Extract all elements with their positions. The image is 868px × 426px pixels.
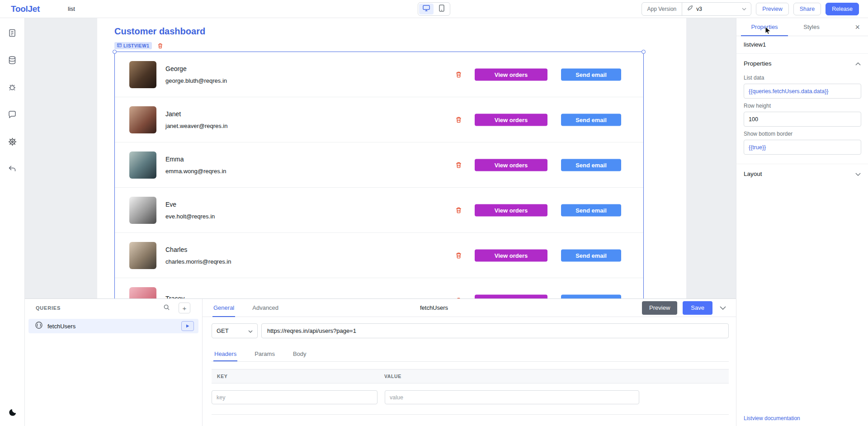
subtab-params[interactable]: Params <box>254 346 276 361</box>
release-button[interactable]: Release <box>826 3 859 15</box>
layout-section-label: Layout <box>744 170 762 177</box>
send-email-button[interactable]: Send email <box>561 68 621 80</box>
chevron-down-icon <box>742 8 746 10</box>
headers-table-header: KEY VALUE <box>212 369 729 383</box>
pages-icon[interactable] <box>3 24 21 42</box>
resize-handle-top-right[interactable] <box>642 50 646 54</box>
listview-row: Emma emma.wong@reqres.in View orders Sen… <box>115 142 643 188</box>
row-text: Charles charles.morris@reqres.in <box>165 246 231 265</box>
canvas-title-widget[interactable]: Customer dashboard <box>114 26 205 37</box>
delete-row-icon[interactable] <box>455 116 462 123</box>
debugger-icon[interactable] <box>3 78 21 96</box>
url-input[interactable] <box>261 323 729 338</box>
bottom-border-value: {{true}} <box>749 144 766 151</box>
delete-widget-icon[interactable] <box>157 43 163 49</box>
view-orders-button[interactable]: View orders <box>475 204 547 216</box>
view-orders-button[interactable]: View orders <box>475 68 547 80</box>
send-email-button[interactable]: Send email <box>561 204 621 216</box>
header-key-input[interactable] <box>212 390 377 404</box>
app-canvas[interactable]: Customer dashboard LISTVIEW1 George geor… <box>97 18 686 298</box>
avatar <box>129 151 156 179</box>
query-save-button[interactable]: Save <box>683 301 712 315</box>
preview-button[interactable]: Preview <box>756 3 788 15</box>
avatar <box>129 287 156 298</box>
comments-icon[interactable] <box>3 105 21 123</box>
layout-section-header[interactable]: Layout <box>736 164 868 181</box>
tab-styles[interactable]: Styles <box>788 18 835 36</box>
moon-icon <box>8 408 17 419</box>
query-panel: QUERIES + fetchUsers General <box>25 298 736 426</box>
properties-fields: List data {{queries.fetchUsers.data.data… <box>736 75 868 155</box>
customer-name: Janet <box>165 110 227 118</box>
query-title[interactable]: fetchUsers <box>420 304 448 311</box>
query-preview-button[interactable]: Preview <box>642 301 677 315</box>
version-select[interactable]: v3 <box>682 5 751 13</box>
inspected-widget-name: listview1 <box>736 36 868 54</box>
plus-icon: + <box>183 304 187 312</box>
customer-email: george.bluth@reqres.in <box>165 77 227 84</box>
query-editor-header: General Advanced fetchUsers Preview Save <box>203 299 736 317</box>
view-orders-button[interactable]: View orders <box>475 159 547 171</box>
tab-properties[interactable]: Properties <box>741 18 788 36</box>
share-button[interactable]: Share <box>793 3 821 15</box>
subtab-headers[interactable]: Headers <box>213 346 237 361</box>
app-version-group: App Version v3 <box>642 2 752 16</box>
delete-row-icon[interactable] <box>455 207 462 213</box>
view-orders-button[interactable]: View orders <box>475 294 547 298</box>
list-data-input[interactable]: {{queries.fetchUsers.data.data}} <box>744 84 861 99</box>
close-icon[interactable]: × <box>852 22 863 32</box>
add-query-button[interactable]: + <box>179 303 190 313</box>
send-email-button[interactable]: Send email <box>561 249 621 261</box>
request-row: GET <box>212 323 729 338</box>
inspector-panel: Properties Styles × listview1 Properties… <box>736 18 868 426</box>
delete-row-icon[interactable] <box>455 252 462 259</box>
collapse-panel-chevron-icon[interactable] <box>718 304 728 312</box>
customer-email: emma.wong@reqres.in <box>165 168 226 175</box>
properties-section-header[interactable]: Properties <box>736 54 868 71</box>
version-value: v3 <box>696 6 702 12</box>
key-column-header: KEY <box>212 374 384 379</box>
tab-advanced[interactable]: Advanced <box>251 299 279 317</box>
undo-icon[interactable] <box>3 160 21 178</box>
send-email-button[interactable]: Send email <box>561 159 621 171</box>
layout-toggle <box>418 2 450 16</box>
dark-mode-toggle[interactable] <box>0 408 25 419</box>
query-editor-actions: Preview Save <box>642 301 728 315</box>
delete-row-icon[interactable] <box>455 161 462 168</box>
app-name[interactable]: list <box>68 5 75 12</box>
queries-title: QUERIES <box>36 305 61 311</box>
listview-row: Eve eve.holt@reqres.in View orders Send … <box>115 188 643 233</box>
tab-general[interactable]: General <box>212 299 235 317</box>
listview-icon <box>117 43 122 48</box>
bottom-border-input[interactable]: {{true}} <box>744 140 861 155</box>
bottom-border-label: Show bottom border <box>744 131 861 137</box>
avatar <box>129 197 156 224</box>
listview-widget[interactable]: George george.bluth@reqres.in View order… <box>114 52 644 298</box>
view-orders-button[interactable]: View orders <box>475 114 547 126</box>
send-email-button[interactable]: Send email <box>561 294 621 298</box>
list-data-value: {{queries.fetchUsers.data.data}} <box>749 88 829 95</box>
app-version-label: App Version <box>642 3 683 15</box>
row-text: Janet janet.weaver@reqres.in <box>165 110 227 129</box>
delete-row-icon[interactable] <box>455 71 462 78</box>
row-height-input[interactable]: 100 <box>744 112 861 127</box>
query-list-item-fetchusers[interactable]: fetchUsers <box>28 319 198 333</box>
datasources-icon[interactable] <box>3 51 21 69</box>
method-select[interactable]: GET <box>212 323 258 338</box>
avatar <box>129 242 156 269</box>
view-orders-button[interactable]: View orders <box>475 249 547 261</box>
subtab-body[interactable]: Body <box>292 346 307 361</box>
header-value-input[interactable] <box>385 390 639 404</box>
listview-documentation-link[interactable]: Listview documentation <box>744 415 800 421</box>
mobile-layout-button[interactable] <box>434 4 449 14</box>
run-query-button[interactable] <box>181 321 194 331</box>
avatar <box>129 106 156 133</box>
send-email-button[interactable]: Send email <box>561 114 621 126</box>
resize-handle-top-left[interactable] <box>113 50 117 54</box>
search-queries-button[interactable] <box>160 303 172 313</box>
settings-gear-icon[interactable] <box>3 133 21 151</box>
listview-row: George george.bluth@reqres.in View order… <box>115 52 643 97</box>
desktop-layout-button[interactable] <box>419 4 434 14</box>
customer-name: Charles <box>165 246 231 253</box>
editor-divider <box>212 414 729 415</box>
